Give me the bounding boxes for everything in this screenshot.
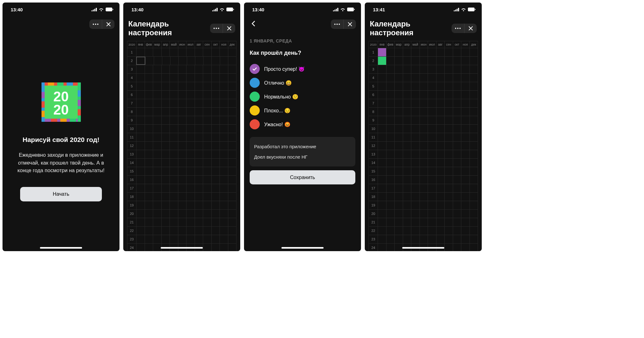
cal-cell[interactable] bbox=[186, 125, 195, 133]
cal-cell[interactable] bbox=[145, 235, 153, 243]
cal-cell[interactable] bbox=[411, 201, 419, 209]
cal-cell[interactable] bbox=[403, 48, 411, 56]
cal-cell[interactable] bbox=[178, 142, 186, 150]
cal-cell[interactable] bbox=[136, 48, 145, 56]
cal-cell[interactable] bbox=[178, 116, 186, 124]
cal-cell[interactable] bbox=[461, 210, 469, 218]
cal-cell[interactable] bbox=[394, 193, 403, 201]
cal-cell[interactable] bbox=[419, 159, 428, 167]
cal-cell[interactable] bbox=[219, 65, 228, 73]
cal-cell[interactable] bbox=[211, 108, 220, 116]
cal-cell[interactable] bbox=[403, 176, 411, 184]
cal-cell[interactable] bbox=[453, 91, 461, 99]
cal-cell[interactable] bbox=[195, 201, 203, 209]
cal-cell[interactable] bbox=[436, 48, 445, 56]
cal-cell[interactable] bbox=[428, 218, 436, 226]
cal-cell[interactable] bbox=[186, 74, 195, 82]
cal-cell[interactable] bbox=[219, 184, 228, 192]
cal-cell[interactable] bbox=[203, 235, 211, 243]
cal-cell[interactable] bbox=[461, 99, 469, 107]
cal-cell[interactable] bbox=[211, 99, 220, 107]
cal-cell[interactable] bbox=[386, 227, 395, 235]
cal-cell[interactable] bbox=[136, 142, 145, 150]
cal-cell[interactable] bbox=[378, 65, 386, 73]
cal-cell[interactable] bbox=[436, 159, 445, 167]
cal-cell[interactable] bbox=[394, 150, 403, 158]
cal-cell[interactable] bbox=[145, 184, 153, 192]
cal-cell[interactable] bbox=[178, 159, 186, 167]
cal-cell[interactable] bbox=[145, 244, 153, 251]
cal-cell[interactable] bbox=[378, 74, 386, 82]
cal-cell[interactable] bbox=[469, 142, 478, 150]
cal-cell[interactable] bbox=[428, 159, 436, 167]
cal-cell[interactable] bbox=[444, 108, 453, 116]
cal-cell[interactable] bbox=[411, 65, 419, 73]
cal-cell[interactable] bbox=[378, 201, 386, 209]
cal-cell[interactable] bbox=[469, 218, 478, 226]
cal-cell[interactable] bbox=[195, 116, 203, 124]
cal-cell[interactable] bbox=[211, 210, 220, 218]
cal-cell[interactable] bbox=[419, 227, 428, 235]
cal-cell[interactable] bbox=[436, 82, 445, 90]
cal-cell[interactable] bbox=[228, 65, 236, 73]
cal-cell[interactable] bbox=[153, 150, 161, 158]
cal-cell[interactable] bbox=[219, 193, 228, 201]
cal-cell[interactable] bbox=[386, 184, 395, 192]
cal-cell[interactable] bbox=[211, 48, 220, 56]
cal-cell[interactable] bbox=[169, 125, 178, 133]
cal-cell[interactable] bbox=[436, 184, 445, 192]
cal-cell[interactable] bbox=[453, 193, 461, 201]
cal-cell[interactable] bbox=[136, 227, 145, 235]
cal-cell[interactable] bbox=[186, 218, 195, 226]
cal-cell[interactable] bbox=[228, 142, 236, 150]
cal-cell[interactable] bbox=[136, 210, 145, 218]
cal-cell[interactable] bbox=[394, 57, 403, 65]
cal-cell[interactable] bbox=[219, 91, 228, 99]
cal-cell[interactable] bbox=[386, 116, 395, 124]
cal-cell[interactable] bbox=[411, 125, 419, 133]
cal-cell[interactable] bbox=[469, 167, 478, 175]
cal-cell[interactable] bbox=[145, 210, 153, 218]
cal-cell[interactable] bbox=[153, 210, 161, 218]
cal-cell[interactable] bbox=[428, 193, 436, 201]
cal-cell[interactable] bbox=[428, 235, 436, 243]
cal-cell[interactable] bbox=[411, 108, 419, 116]
cal-cell[interactable] bbox=[411, 74, 419, 82]
cal-cell[interactable] bbox=[394, 244, 403, 251]
cal-cell[interactable] bbox=[436, 176, 445, 184]
cal-cell[interactable] bbox=[428, 176, 436, 184]
cal-cell[interactable] bbox=[403, 193, 411, 201]
home-indicator[interactable] bbox=[161, 247, 203, 249]
cal-cell[interactable] bbox=[195, 65, 203, 73]
cal-cell[interactable] bbox=[195, 91, 203, 99]
cal-cell[interactable] bbox=[203, 48, 211, 56]
cal-cell[interactable] bbox=[453, 201, 461, 209]
cal-cell[interactable] bbox=[444, 125, 453, 133]
cal-cell[interactable] bbox=[145, 133, 153, 141]
cal-cell[interactable] bbox=[195, 133, 203, 141]
cal-cell[interactable] bbox=[394, 74, 403, 82]
cal-cell[interactable] bbox=[186, 142, 195, 150]
cal-cell[interactable] bbox=[145, 159, 153, 167]
cal-cell[interactable] bbox=[162, 57, 170, 65]
cal-cell[interactable] bbox=[419, 133, 428, 141]
cal-cell[interactable] bbox=[419, 99, 428, 107]
cal-cell[interactable] bbox=[186, 48, 195, 56]
home-indicator[interactable] bbox=[40, 247, 82, 249]
cal-cell[interactable] bbox=[386, 176, 395, 184]
cal-cell[interactable] bbox=[461, 167, 469, 175]
cal-cell[interactable] bbox=[203, 125, 211, 133]
cal-cell[interactable] bbox=[153, 159, 161, 167]
cal-cell[interactable] bbox=[161, 150, 170, 158]
cal-cell[interactable] bbox=[386, 244, 395, 251]
cal-cell[interactable] bbox=[186, 235, 195, 243]
cal-cell[interactable] bbox=[145, 116, 153, 124]
cal-cell[interactable] bbox=[386, 74, 395, 82]
cal-cell[interactable] bbox=[378, 184, 386, 192]
cal-cell[interactable] bbox=[195, 193, 203, 201]
cal-cell[interactable] bbox=[203, 82, 211, 90]
cal-cell[interactable] bbox=[428, 167, 436, 175]
cal-cell[interactable] bbox=[203, 65, 211, 73]
cal-cell[interactable] bbox=[378, 218, 386, 226]
cal-cell[interactable] bbox=[428, 133, 436, 141]
